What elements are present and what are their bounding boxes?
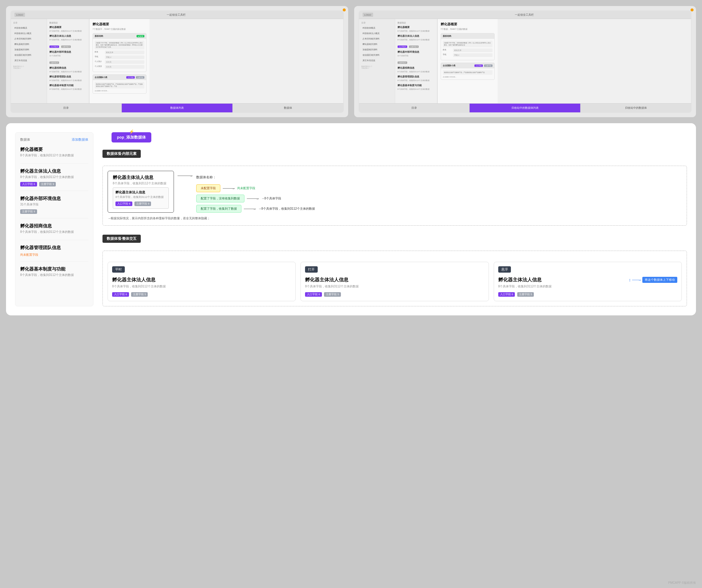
left-panel-title: 数据体 [20, 137, 30, 142]
state-card-title-hover: 孵化器主体法人信息 [498, 277, 552, 283]
left-data-panel: 数据体 添加数据体 孵化器概要 8个具体字段，收集到3112个主体的数据 孵化器… [15, 132, 94, 306]
right-wireframe-body: 目录 科技收体概况 科技收体法人概况 占有空间相关资料 孵化器相关资料 加速器相… [359, 19, 691, 103]
right-right-panel: 孵化器概要 7个数据，5348个主题的数据 股权结构 已配置了6个字段。没有收集… [437, 19, 498, 103]
bottom-layout: 数据体 添加数据体 孵化器概要 8个具体字段，收集到3112个主体的数据 孵化器… [15, 132, 687, 306]
green-configured-no-data: 配置了字段，没有收集到数据 [196, 194, 244, 202]
left-panel-enterprise: 企业国际小类 入口字段 注册字段 描述该企业的产品服务产品，产品描述该企业的产品… [93, 75, 146, 94]
right-footer-tab-2[interactable]: 归收站中的数据体列表 [470, 104, 581, 112]
connector-h: → [178, 176, 193, 176]
left-panel-header: 数据体 添加数据体 [20, 137, 88, 142]
flow-bottom-note: →根据实际情况，展示内部所含的各种显标字段的数量，若全无则整体隐藏； [108, 216, 682, 220]
left-footer-tab-2[interactable]: 数据体列表 [122, 104, 233, 112]
left-sidebar-item-4[interactable]: 孵化器相关资料 [13, 42, 44, 47]
left-wireframe-footer: 目录 数据体列表 数据体 [11, 103, 343, 112]
data-item-5: 孵化器管理团队信息 尚未配置字段 [20, 245, 88, 262]
state-tag-reg-normal: 注册字段 5 [131, 292, 148, 297]
left-sidebar: 目录 科技收体概况 科技收体法人概况 占有空间相关资料 孵化器相关资料 加速器相… [11, 19, 47, 103]
left-sidebar-item-6[interactable]: 创业园区相关资料 [13, 53, 44, 57]
flow-main-node: 孵化器主体法人信息 8个具体字段，收集到3112个主体的数据 孵化器主体法人信息… [108, 171, 174, 213]
state-tag-entry-normal: 入口字段 6 [112, 292, 129, 297]
left-sidebar-item-5[interactable]: 加速器相关资料 [13, 47, 44, 52]
right-wireframe-footer: 目录 归收站中的数据体列表 归收站中的数据体 [359, 103, 691, 112]
pop-label-row: ⚡ pop_添加数据体 [112, 132, 687, 142]
right-panel-equity: 股权结构 已配置了6个字段。没有收集到数据（0%）以上对应企业约50%人员注册过… [441, 33, 495, 60]
right-footer-tab-1[interactable]: 目录 [359, 104, 470, 112]
state-card-open: 打开 孵化器主体法人信息 8个具体字段，收集到3112个主体的数据 入口字段 6… [301, 262, 489, 301]
right-content-area: ⚡ pop_添加数据体 数据体项·内部元素 孵化器主体法人信息 8个具体字段，收… [94, 132, 687, 306]
section-internal-elements: 数据体项·内部元素 孵化器主体法人信息 8个具体字段，收集到3112个主体的数据… [103, 150, 687, 226]
data-item-4: 孵化器招商信息 8个具体字段，收集到3112个主体的数据 [20, 223, 88, 240]
right-footer-tab-3[interactable]: 归收站中的数据体 [581, 104, 691, 112]
configured-data-label: →8个具体字段，收集到3112个主体的数据 [258, 207, 315, 211]
state-tag-reg-open: 注册字段 5 [324, 292, 341, 297]
right-middle-panel: 数据指定 孵化器概要 8个具体字段，收集到3112个主体的数据 孵化器主体法人信… [395, 19, 437, 103]
state-card-desc-normal: 8个具体字段，收集到3112个主体的数据 [112, 284, 291, 289]
tag-reg-2: 注册字段 9 [20, 209, 37, 214]
right-badge [691, 8, 694, 11]
left-wireframe-body: 目录 科技收体概况 科技收体法人概况 占有空间相关资料 孵化器相关资料 加速器相… [11, 19, 343, 103]
left-wireframe-header: LOGO 一起创业工具栏 [11, 11, 343, 19]
state-card-title-normal: 孵化器主体法人信息 [112, 277, 291, 283]
right-sidebar-item-7[interactable]: 其它补充信息 [361, 58, 392, 63]
configured-no-data-label: →8个具体字段 [261, 196, 281, 200]
sub-tag-entry: 入口字段 6 [115, 201, 132, 206]
right-sidebar-item-1[interactable]: 科技收体概况 [361, 26, 392, 30]
right-wireframe-inner: LOGO 一起创业工具栏 目录 科技收体概况 科技收体法人概况 占有空间相关资料… [359, 11, 692, 113]
section2-label: 数据体项·整体交互 [103, 235, 141, 243]
right-sidebar-item-6[interactable]: 创业园区相关资料 [361, 53, 392, 57]
data-item-1: 孵化器概要 8个具体字段，收集到3112个主体的数据 [20, 147, 88, 164]
left-badge [343, 8, 346, 11]
left-right-panel: 孵化器概要 7个数面字，5348个主题的面证数据 股权结构 ●已配置 已配置了6… [89, 19, 149, 103]
left-footer-tab-3[interactable]: 数据体 [233, 104, 343, 112]
right-wireframe-header: LOGO 一起创业工具栏 [359, 11, 691, 19]
left-sidebar-item-1[interactable]: 科技收体概况 [13, 26, 44, 30]
left-wireframe-card: LOGO 一起创业工具栏 目录 科技收体概况 科技收体法人概况 占有空间相关资料… [6, 6, 348, 117]
tag-entry-1: 入口字段 6 [20, 182, 37, 186]
state-label-normal: 平时 [112, 266, 125, 273]
states-container: 平时 孵化器主体法人信息 8个具体字段，收集到3112个主体的数据 入口字段 6… [103, 251, 687, 306]
right-label: 数据体名称： [196, 175, 315, 179]
state-card-desc-open: 8个具体字段，收集到3112个主体的数据 [305, 284, 484, 289]
data-item-3: 孵化器外部环境信息 31个具体字段 注册字段 9 [20, 196, 88, 218]
pm-branding: PMCAPP ©版权所有 [668, 581, 696, 585]
left-sidebar-item-2[interactable]: 科技收体法人概况 [13, 31, 44, 36]
right-sidebar-item-2[interactable]: 科技收体法人概况 [361, 31, 392, 36]
left-sidebar-item-3[interactable]: 占有空间相关资料 [13, 36, 44, 41]
left-panel-equity: 股权结构 ●已配置 已配置了6个字段。没有收集到数据（0%）以上对应企业约50%… [93, 33, 146, 72]
section1-label: 数据体项·内部元素 [103, 150, 141, 158]
right-logo: LOGO [363, 13, 373, 17]
state-label-hover: 悬浮 [498, 266, 511, 273]
add-data-link[interactable]: 添加数据体 [72, 137, 88, 142]
flow-diagram-box: 孵化器主体法人信息 8个具体字段，收集到3112个主体的数据 孵化器主体法人信息… [103, 166, 687, 226]
right-sidebar: 目录 科技收体概况 科技收体法人概况 占有空间相关资料 孵化器相关资料 加速器相… [359, 19, 395, 103]
left-sidebar-item-7[interactable]: 其它补充信息 [13, 58, 44, 63]
sub-tag-reg: 注册字段 9 [134, 201, 151, 206]
top-wireframes: LOGO 一起创业工具栏 目录 科技收体概况 科技收体法人概况 占有空间相关资料… [6, 6, 696, 117]
right-sidebar-item-3[interactable]: 占有空间相关资料 [361, 36, 392, 41]
right-header-title: 一起创业工具栏 [515, 13, 534, 17]
state-card-title-open: 孵化器主体法人信息 [305, 277, 484, 283]
left-logo: LOGO [14, 13, 25, 17]
right-wireframe-card: LOGO 一起创业工具栏 目录 科技收体概况 科技收体法人概况 占有空间相关资料… [354, 6, 696, 117]
green-configured-data: 配置了字段，收集到了数据 [196, 205, 241, 213]
right-sidebar-item-5[interactable]: 加速器相关资料 [361, 47, 392, 52]
left-footer-tab-1[interactable]: 目录 [11, 104, 122, 112]
right-panel-enterprise: 企业国际小类 入口字段 注册字段 描述该企业的产品服务产品，产品描述该企业的产品… [441, 63, 495, 80]
right-sidebar-item-4[interactable]: 孵化器相关资料 [361, 42, 392, 47]
unconfigured-arrow-label: 尚未配置字段 [237, 186, 255, 190]
move-hint: ↕ → 将这个数据体上下移动 [629, 277, 677, 283]
state-card-hover: 悬浮 孵化器主体法人信息 8个具体字段，收集到3112个主体的数据 入口字段 6… [494, 262, 682, 301]
left-middle-panel: 数据指定 孵化器概要 8个具体字段，收集到3112个主体的数据 孵化器主体法人信… [47, 19, 89, 103]
bottom-section: 数据体 添加数据体 孵化器概要 8个具体字段，收集到3112个主体的数据 孵化器… [6, 123, 696, 315]
state-tag-reg-hover: 注册字段 5 [517, 292, 534, 297]
state-tag-entry-hover: 入口字段 6 [498, 292, 515, 297]
section-interaction: 数据体项·整体交互 平时 孵化器主体法人信息 8个具体字段，收集到3112个主体… [103, 235, 687, 306]
left-wireframe-inner: LOGO 一起创业工具栏 目录 科技收体概况 科技收体法人概况 占有空间相关资料… [11, 11, 344, 113]
states-row: 平时 孵化器主体法人信息 8个具体字段，收集到3112个主体的数据 入口字段 6… [108, 262, 682, 301]
state-card-desc-hover: 8个具体字段，收集到3112个主体的数据 [498, 284, 552, 289]
flow-sub-node: 孵化器主体法人信息 8个具体字段，收集到3112个主体的数据 入口字段 6 注册… [113, 187, 169, 209]
data-item-2: 孵化器主体法人信息 8个具体字段，收集到3112个主体的数据 入口字段 6 注册… [20, 168, 88, 191]
state-card-normal: 平时 孵化器主体法人信息 8个具体字段，收集到3112个主体的数据 入口字段 6… [108, 262, 296, 301]
yellow-unconfigured: 未配置字段 [196, 184, 220, 192]
unconfigured-tag: 尚未配置字段 [20, 253, 38, 257]
